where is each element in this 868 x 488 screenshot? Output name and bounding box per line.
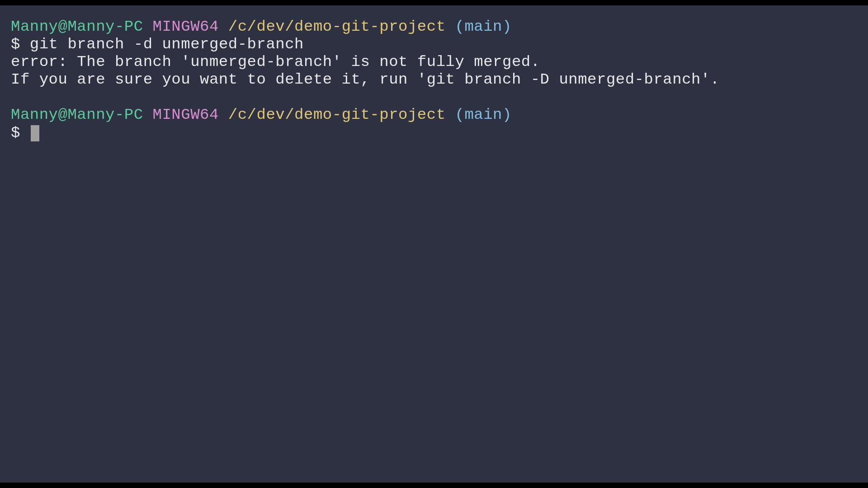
mingw-label: MINGW64 (153, 18, 219, 35)
prompt-line-1: Manny@Manny-PC MINGW64 /c/dev/demo-git-p… (11, 18, 857, 36)
git-branch: (main) (455, 18, 511, 35)
terminal-window[interactable]: Manny@Manny-PC MINGW64 /c/dev/demo-git-p… (0, 5, 868, 483)
prompt-symbol: $ (11, 36, 20, 53)
blank-line (11, 89, 857, 106)
git-branch: (main) (455, 106, 511, 123)
prompt-symbol: $ (11, 124, 20, 141)
mingw-label: MINGW64 (153, 106, 219, 123)
command-line-1: $ git branch -d unmerged-branch (11, 36, 857, 53)
cwd-path: /c/dev/demo-git-project (228, 18, 446, 35)
command-line-2[interactable]: $ (11, 124, 857, 142)
command-text: git branch -d unmerged-branch (30, 36, 304, 53)
prompt-line-2: Manny@Manny-PC MINGW64 /c/dev/demo-git-p… (11, 106, 857, 124)
user-host: Manny@Manny-PC (11, 18, 143, 35)
cwd-path: /c/dev/demo-git-project (228, 106, 446, 123)
cursor-icon (31, 125, 39, 141)
user-host: Manny@Manny-PC (11, 106, 143, 123)
output-line-1: error: The branch 'unmerged-branch' is n… (11, 53, 857, 71)
output-line-2: If you are sure you want to delete it, r… (11, 71, 857, 89)
